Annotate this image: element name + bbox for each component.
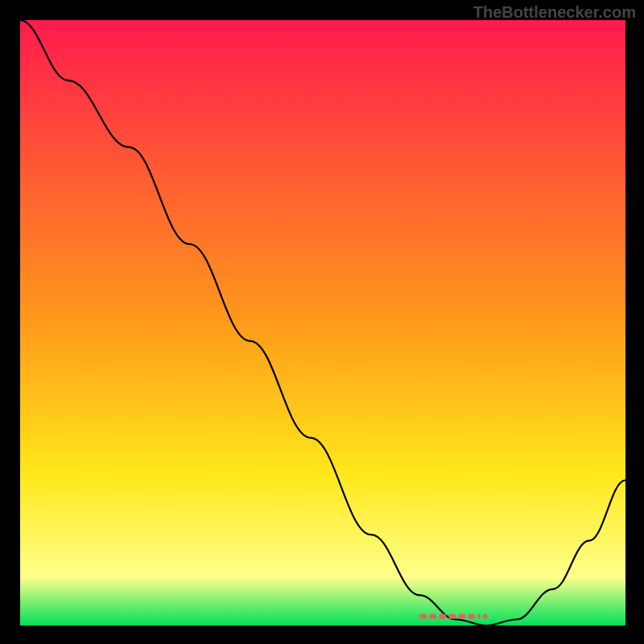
- svg-rect-4: [458, 614, 465, 619]
- svg-rect-2: [439, 614, 446, 619]
- chart-plot-area: [20, 20, 625, 625]
- svg-rect-5: [468, 614, 475, 619]
- svg-point-7: [483, 614, 488, 619]
- chart-background: [20, 20, 625, 625]
- svg-rect-6: [477, 614, 480, 619]
- watermark-text: TheBottlenecker.com: [473, 3, 636, 22]
- svg-rect-0: [419, 614, 427, 619]
- svg-rect-1: [429, 614, 436, 619]
- svg-rect-3: [448, 614, 456, 619]
- chart-svg: [20, 20, 625, 625]
